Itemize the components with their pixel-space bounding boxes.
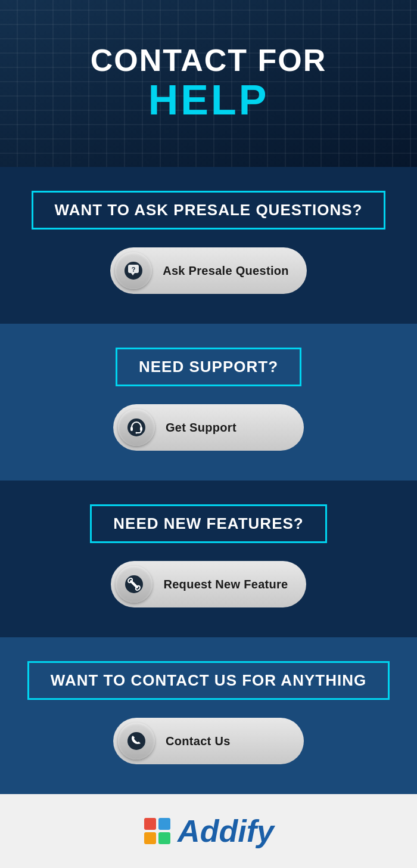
- section-features: NEED NEW FEATURES? Request New Feature: [0, 480, 417, 637]
- hero-title: CONTACT FOR HELP: [91, 44, 327, 123]
- addify-logo-text: Addify: [178, 813, 274, 849]
- svg-rect-15: [158, 832, 170, 844]
- phone-icon: [118, 723, 155, 760]
- logo: Addify: [143, 813, 274, 849]
- ask-presale-button[interactable]: ? Ask Presale Question: [110, 247, 307, 294]
- hero-line2: HELP: [91, 78, 327, 123]
- contact-heading: WANT TO CONTACT US FOR ANYTHING: [51, 671, 366, 689]
- support-heading: NEED SUPPORT?: [139, 358, 278, 376]
- request-feature-label: Request New Feature: [163, 578, 288, 591]
- get-support-label: Get Support: [166, 421, 236, 435]
- chat-question-icon: ?: [115, 252, 152, 289]
- svg-point-11: [127, 732, 145, 750]
- get-support-button[interactable]: Get Support: [113, 404, 304, 451]
- wrench-icon: [116, 566, 153, 603]
- hero-line1: CONTACT FOR: [91, 44, 327, 78]
- svg-rect-14: [144, 832, 156, 844]
- addify-logo-icon: [143, 817, 172, 845]
- presale-heading: WANT TO ASK PRESALE QUESTIONS?: [55, 201, 363, 219]
- presale-heading-box: WANT TO ASK PRESALE QUESTIONS?: [32, 191, 386, 230]
- svg-rect-12: [144, 818, 156, 830]
- section-contact: WANT TO CONTACT US FOR ANYTHING Contact …: [0, 637, 417, 794]
- ask-presale-label: Ask Presale Question: [163, 264, 289, 278]
- footer: Addify: [0, 794, 417, 868]
- svg-rect-13: [158, 818, 170, 830]
- section-support: NEED SUPPORT? Get Support: [0, 324, 417, 480]
- hero-section: CONTACT FOR HELP: [0, 0, 417, 167]
- features-heading: NEED NEW FEATURES?: [113, 514, 303, 532]
- section-presale: WANT TO ASK PRESALE QUESTIONS? ? Ask Pre…: [0, 167, 417, 324]
- svg-point-5: [136, 432, 138, 434]
- contact-heading-box: WANT TO CONTACT US FOR ANYTHING: [27, 661, 390, 700]
- svg-rect-3: [130, 427, 133, 431]
- support-heading-box: NEED SUPPORT?: [116, 348, 301, 386]
- features-heading-box: NEED NEW FEATURES?: [90, 504, 326, 543]
- contact-us-label: Contact Us: [166, 734, 231, 748]
- request-feature-button[interactable]: Request New Feature: [111, 561, 306, 607]
- svg-text:?: ?: [132, 266, 136, 273]
- contact-us-button[interactable]: Contact Us: [113, 718, 304, 764]
- headset-icon: [118, 409, 155, 446]
